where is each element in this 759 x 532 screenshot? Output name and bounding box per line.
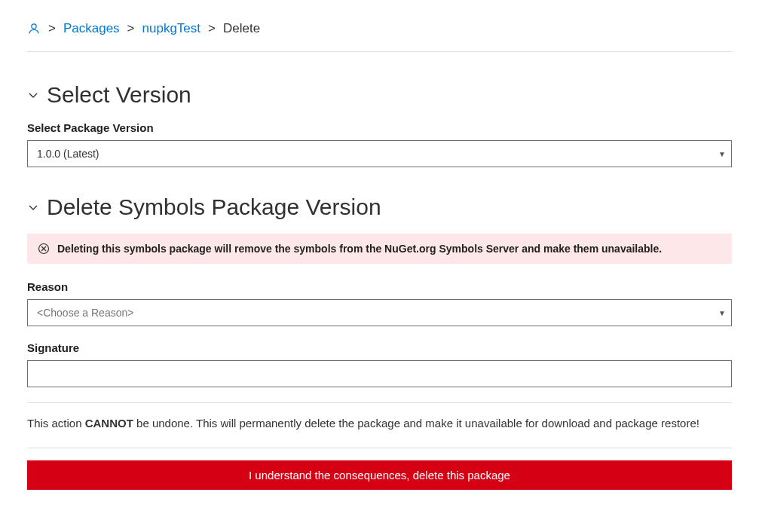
- reason-select[interactable]: <Choose a Reason>: [27, 299, 732, 326]
- user-icon[interactable]: [27, 22, 41, 35]
- breadcrumb-separator: >: [127, 21, 135, 36]
- reason-label: Reason: [27, 280, 732, 293]
- breadcrumb-current: Delete: [223, 21, 260, 36]
- select-version-label: Select Package Version: [27, 121, 732, 134]
- version-select[interactable]: 1.0.0 (Latest): [27, 140, 732, 167]
- select-version-header[interactable]: Select Version: [27, 82, 732, 108]
- delete-package-button[interactable]: I understand the consequences, delete th…: [27, 460, 732, 490]
- warning-text: Deleting this symbols package will remov…: [57, 243, 662, 255]
- divider: [27, 448, 732, 448]
- warning-banner: Deleting this symbols package will remov…: [27, 234, 732, 264]
- chevron-down-icon: [27, 89, 39, 101]
- delete-symbols-header[interactable]: Delete Symbols Package Version: [27, 194, 732, 220]
- select-version-heading: Select Version: [47, 82, 191, 108]
- signature-input[interactable]: [27, 360, 732, 387]
- breadcrumb-package-link[interactable]: nupkgTest: [142, 21, 201, 36]
- breadcrumb-packages-link[interactable]: Packages: [63, 21, 120, 36]
- svg-point-0: [32, 24, 36, 29]
- breadcrumb: > Packages > nupkgTest > Delete: [27, 21, 732, 52]
- chevron-down-icon: [27, 201, 39, 213]
- signature-label: Signature: [27, 341, 732, 354]
- breadcrumb-separator: >: [208, 21, 216, 36]
- divider: [27, 402, 732, 403]
- breadcrumb-separator: >: [48, 21, 56, 36]
- error-circle-icon: [38, 243, 50, 255]
- cannot-undo-text: This action CANNOT be undone. This will …: [27, 415, 732, 433]
- delete-symbols-heading: Delete Symbols Package Version: [47, 194, 381, 220]
